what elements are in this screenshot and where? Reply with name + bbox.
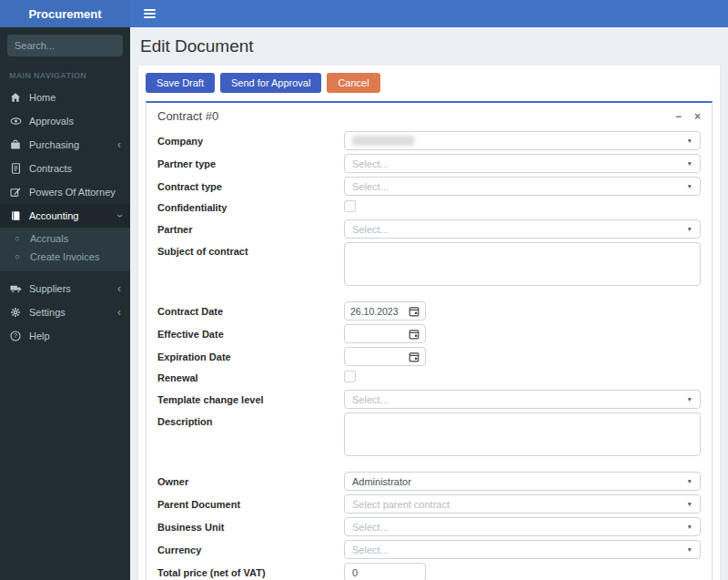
close-icon[interactable]: × [694, 111, 701, 122]
chevron-left-icon: ‹ [117, 283, 121, 294]
form-row-business-unit: Business Unit Select... ▼ [157, 517, 701, 536]
home-icon [9, 92, 22, 103]
sidebar-item-help[interactable]: ? Help [0, 324, 130, 348]
chevron-down-icon: ▼ [687, 524, 693, 530]
circle-icon: ○ [12, 234, 23, 243]
form-row-contract-type: Contract type Select... ▼ [157, 177, 701, 196]
total-price-input[interactable] [344, 563, 426, 580]
edit-icon [9, 187, 22, 198]
field-label: Expiration Date [157, 351, 344, 362]
search-input[interactable] [7, 35, 123, 56]
form-row-renewal: Renewal [157, 370, 701, 386]
sidebar-item-settings[interactable]: Settings ‹ [0, 300, 130, 324]
chevron-down-icon: ▼ [687, 137, 693, 144]
field-label: Total price (net of VAT) [157, 567, 344, 578]
description-textarea[interactable] [344, 412, 701, 456]
calendar-icon [409, 329, 420, 340]
field-label: Company [157, 136, 344, 147]
chevron-down-icon: ▼ [687, 396, 693, 402]
sidebar-subitem-accruals[interactable]: ○ Accruals [0, 229, 130, 248]
company-select[interactable]: ▼ [344, 131, 701, 150]
form-row-total-price: Total price (net of VAT) [157, 563, 701, 580]
redacted-value [352, 136, 414, 146]
owner-select[interactable]: Administrator ▼ [344, 472, 701, 491]
sidebar-item-suppliers[interactable]: Suppliers ‹ [0, 277, 130, 300]
save-draft-button[interactable]: Save Draft [146, 73, 215, 93]
confidentiality-checkbox[interactable] [344, 200, 356, 212]
sidebar-item-label: Accounting [29, 210, 78, 221]
sidebar-item-label: Contracts [29, 163, 72, 174]
edit-document-card: Save Draft Send for Approval Cancel Cont… [138, 66, 720, 580]
sidebar: MAIN NAVIGATION Home Approvals Purchasin… [0, 27, 130, 580]
field-label: Template change level [157, 394, 344, 405]
template-change-level-select[interactable]: Select... ▼ [344, 390, 701, 409]
field-label: Partner type [157, 158, 344, 169]
sidebar-item-label: Settings [29, 307, 66, 318]
field-label: Subject of contract [157, 242, 344, 257]
chevron-down-icon: ▼ [687, 160, 693, 167]
calendar-icon [409, 306, 420, 317]
form-row-effective-date: Effective Date [157, 324, 701, 343]
book-icon [9, 210, 22, 221]
chevron-down-icon: ▼ [687, 546, 693, 553]
field-label: Contract type [157, 181, 344, 192]
form-row-contract-date: Contract Date 26.10.2023 [157, 301, 701, 321]
field-label: Currency [157, 544, 344, 555]
sidebar-item-contracts[interactable]: Contracts [0, 157, 130, 180]
renewal-checkbox[interactable] [344, 371, 356, 382]
form-row-parent-document: Parent Document Select parent contract ▼ [157, 494, 701, 514]
content-area: Edit Document Save Draft Send for Approv… [130, 27, 728, 580]
expiration-date-input[interactable] [344, 347, 426, 366]
sidebar-item-label: Home [29, 92, 56, 103]
contract-panel: Contract #0 − × Company ▼ [146, 101, 713, 580]
field-label: Owner [157, 476, 344, 487]
business-unit-select[interactable]: Select... ▼ [344, 517, 701, 536]
svg-text:?: ? [14, 332, 17, 339]
collapse-icon[interactable]: − [675, 111, 682, 122]
send-for-approval-button[interactable]: Send for Approval [220, 73, 321, 93]
briefcase-icon [9, 139, 22, 150]
partner-select[interactable]: Select... ▼ [344, 219, 701, 239]
circle-icon: ○ [12, 252, 23, 261]
brand-logo[interactable]: Procurement [0, 0, 130, 27]
field-label: Partner [157, 224, 344, 235]
partner-type-select[interactable]: Select... ▼ [344, 154, 701, 173]
sidebar-toggle-hamburger-icon[interactable] [140, 5, 159, 22]
sidebar-item-label: Approvals [29, 116, 74, 127]
sidebar-item-purchasing[interactable]: Purchasing ‹ [0, 133, 130, 157]
eye-icon [9, 116, 22, 127]
file-icon [9, 163, 22, 174]
parent-document-select[interactable]: Select parent contract ▼ [344, 494, 701, 514]
form-row-currency: Currency Select... ▼ [157, 540, 701, 559]
cancel-button[interactable]: Cancel [327, 73, 379, 93]
form-row-subject: Subject of contract [157, 242, 701, 290]
chevron-left-icon: ‹ [117, 307, 121, 318]
chevron-down-icon: ▼ [687, 501, 693, 507]
sidebar-subitem-create-invoices[interactable]: ○ Create Invoices [0, 248, 130, 266]
currency-select[interactable]: Select... ▼ [344, 540, 701, 559]
effective-date-input[interactable] [344, 324, 426, 343]
field-label: Description [157, 412, 344, 427]
navbar [130, 0, 728, 27]
chevron-down-icon: ‹ [114, 214, 125, 218]
contract-date-input[interactable]: 26.10.2023 [344, 301, 426, 321]
form-row-partner-type: Partner type Select... ▼ [157, 154, 701, 173]
field-label: Effective Date [157, 329, 344, 340]
sidebar-item-accounting[interactable]: Accounting ‹ [0, 204, 130, 228]
sidebar-item-approvals[interactable]: Approvals [0, 109, 130, 133]
form-row-template-change-level: Template change level Select... ▼ [157, 390, 701, 409]
contract-type-select[interactable]: Select... ▼ [344, 177, 701, 196]
app-window: Procurement MAIN NAVIGATION [0, 0, 728, 580]
sidebar-subitem-label: Accruals [30, 233, 68, 244]
nav-section-label: MAIN NAVIGATION [0, 62, 130, 86]
sidebar-item-home[interactable]: Home [0, 86, 130, 109]
contract-form: Company ▼ Partner type [147, 127, 712, 580]
sidebar-subitem-label: Create Invoices [30, 251, 99, 262]
subject-textarea[interactable] [344, 242, 701, 286]
top-navbar: Procurement [0, 0, 728, 27]
sidebar-item-powers-of-attorney[interactable]: Powers Of Attorney [0, 180, 130, 204]
sidebar-item-label: Suppliers [29, 283, 71, 294]
form-row-company: Company ▼ [157, 131, 701, 150]
chevron-left-icon: ‹ [117, 139, 121, 150]
panel-title: Contract #0 [157, 109, 218, 123]
